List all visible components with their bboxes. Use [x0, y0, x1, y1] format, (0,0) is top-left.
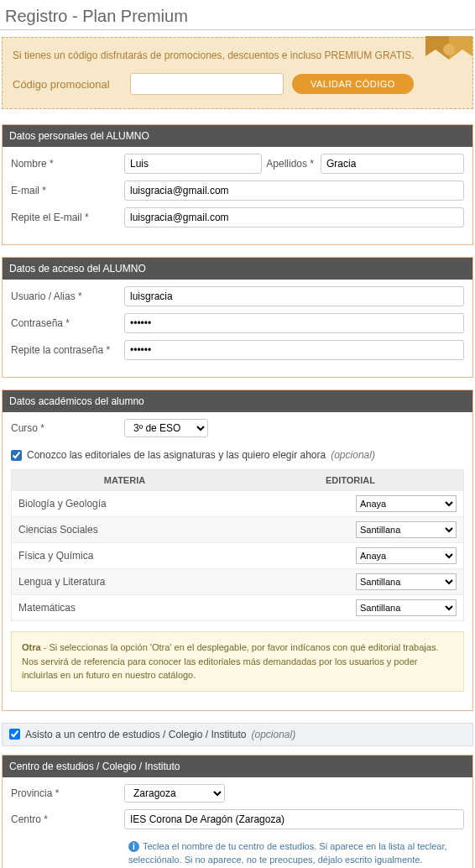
- personal-header: Datos personales del ALUMNO: [3, 125, 472, 147]
- curso-select[interactable]: 3º de ESO: [124, 419, 208, 437]
- page-title: Registro - Plan Premium: [0, 0, 475, 30]
- email2-input[interactable]: [124, 207, 464, 227]
- centro-hint: iTeclea el nombre de tu centro de estudi…: [11, 836, 464, 869]
- school-checkbox[interactable]: [9, 729, 20, 740]
- school-section: Centro de estudios / Colegio / Instituto…: [2, 755, 473, 869]
- note-box: Otra - Si seleccionas la opción 'Otra' e…: [11, 631, 464, 692]
- optional-label: (opcional): [251, 729, 295, 740]
- subject-name: Lengua y Literatura: [18, 576, 356, 588]
- nombre-label: Nombre *: [11, 158, 124, 170]
- note-bold: Otra: [22, 642, 41, 652]
- promo-code-input[interactable]: [130, 73, 284, 95]
- editorial-select[interactable]: Anaya: [356, 547, 457, 564]
- subject-name: Matemáticas: [18, 602, 356, 614]
- subject-name: Biología y Geología: [18, 498, 356, 510]
- centro-input[interactable]: [124, 809, 464, 829]
- col-editorial: EDITORIAL: [238, 470, 463, 490]
- info-icon: i: [128, 841, 139, 852]
- personal-section: Datos personales del ALUMNO Nombre * Ape…: [2, 124, 473, 245]
- academic-section: Datos académicos del alumno Curso * 3º d…: [2, 390, 473, 711]
- subject-row: Lengua y LiteraturaSantillana: [12, 568, 463, 594]
- validate-code-button[interactable]: VALIDAR CÓDIGO: [292, 74, 414, 94]
- nombre-input[interactable]: [124, 154, 262, 174]
- user-input[interactable]: [124, 286, 464, 306]
- pass-label: Contraseña *: [11, 317, 124, 329]
- pass2-input[interactable]: [124, 340, 464, 360]
- promo-message: Si tienes un código disfrutarás de promo…: [13, 50, 462, 61]
- academic-header: Datos académicos del alumno: [3, 390, 472, 412]
- editorial-select[interactable]: Anaya: [356, 495, 457, 512]
- apellidos-input[interactable]: [321, 154, 464, 174]
- subject-row: MatemáticasSantillana: [12, 594, 463, 620]
- editorials-check-label: Conozco las editoriales de las asignatur…: [27, 449, 326, 461]
- editorial-select[interactable]: Santillana: [356, 599, 457, 616]
- apellidos-label: Apellidos *: [262, 158, 321, 170]
- subject-name: Física y Química: [18, 550, 356, 562]
- note-text: - Si seleccionas la opción 'Otra' en el …: [22, 642, 438, 680]
- optional-label: (opcional): [331, 449, 375, 461]
- subjects-table: MATERIA EDITORIAL Biología y GeologíaAna…: [11, 469, 464, 621]
- email2-label: Repite el E-mail *: [11, 212, 124, 223]
- pass-input[interactable]: [124, 313, 464, 333]
- prov-select[interactable]: Zaragoza: [124, 784, 225, 803]
- subject-row: Ciencias SocialesSantillana: [12, 516, 463, 542]
- school-header: Centro de estudios / Colegio / Instituto: [3, 756, 472, 777]
- promo-box: Si tienes un código disfrutarás de promo…: [2, 37, 473, 109]
- access-section: Datos de acceso del ALUMNO Usuario / Ali…: [2, 257, 473, 378]
- col-materia: MATERIA: [12, 470, 238, 490]
- user-label: Usuario / Alias *: [11, 290, 124, 302]
- svg-point-0: [443, 44, 455, 55]
- email-input[interactable]: [124, 180, 464, 201]
- subject-name: Ciencias Sociales: [18, 524, 356, 536]
- school-check-bar: Asisto a un centro de estudios / Colegio…: [2, 723, 473, 746]
- promo-code-label: Código promocional: [13, 78, 122, 91]
- school-check-label: Asisto a un centro de estudios / Colegio…: [25, 729, 246, 740]
- prov-label: Provincia *: [11, 787, 124, 799]
- ribbon-icon: [422, 33, 475, 75]
- editorial-select[interactable]: Santillana: [356, 521, 457, 538]
- subject-row: Biología y GeologíaAnaya: [12, 490, 463, 516]
- editorial-select[interactable]: Santillana: [356, 573, 457, 590]
- access-header: Datos de acceso del ALUMNO: [3, 258, 472, 280]
- editorials-checkbox[interactable]: [11, 450, 22, 461]
- subject-row: Física y QuímicaAnaya: [12, 542, 463, 568]
- curso-label: Curso *: [11, 422, 124, 434]
- centro-label: Centro *: [11, 813, 124, 825]
- email-label: E-mail *: [11, 185, 124, 196]
- pass2-label: Repite la contraseña *: [11, 344, 124, 356]
